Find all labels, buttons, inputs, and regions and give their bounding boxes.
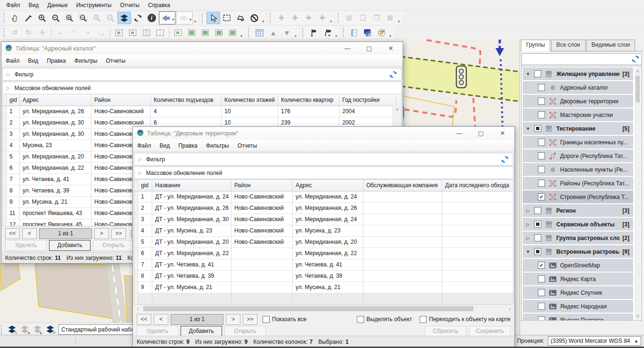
table-cell[interactable]: 7 (7, 174, 20, 185)
table-cell[interactable]: ДТ - ул. Четаева, д. 39 (152, 271, 231, 282)
table-cell[interactable] (231, 248, 293, 259)
horizontal-scrollbar[interactable]: ‹ › (134, 305, 513, 312)
workset-apply-button[interactable]: ✔ (44, 324, 57, 335)
table-cell[interactable]: Ново-Савиновский (91, 106, 151, 117)
table-cell[interactable]: ул. Меридианная, д. 22 (20, 163, 91, 174)
window-menu-Отчеты[interactable]: Отчеты (233, 141, 261, 151)
tree-scrollbar[interactable]: ∧∨ (635, 67, 641, 320)
highlight-object-checkbox[interactable] (357, 316, 364, 323)
filter-expander[interactable]: ▷ Фильтр (134, 153, 513, 166)
region-overlay-button[interactable] (198, 26, 212, 39)
window-menu-Правка[interactable]: Правка (42, 56, 70, 66)
layers-visibility-button[interactable] (117, 12, 131, 24)
toolbar-overflow-icon[interactable]: ▾ (335, 34, 337, 38)
table-cell[interactable]: 7 (138, 259, 152, 270)
table-cell[interactable]: 8 (138, 271, 152, 282)
menu-Файл[interactable]: Файл (2, 0, 25, 10)
table-cell[interactable]: ул. Меридианная, д. 24 (293, 191, 363, 202)
table-cell[interactable]: ДТ - ул. Меридианная, д. 30 (152, 214, 231, 225)
tab-Группы[interactable]: Группы (521, 40, 550, 51)
page-next-button[interactable]: > (94, 228, 109, 239)
table-cell[interactable]: 3 (138, 214, 152, 225)
window1-titlebar[interactable]: Таблица: "Адресный каталог" — ▢ ✕ (1, 42, 403, 55)
column-header[interactable]: Количество подъездов (151, 94, 222, 106)
table-cell[interactable]: ул. Меридианная, д. 20 (293, 237, 363, 248)
toolbar-drag-handle[interactable] (338, 13, 340, 23)
table-cell[interactable]: ДТ - ул. Меридианная, д. 22 (152, 248, 231, 259)
layer-checkbox[interactable] (538, 84, 545, 91)
row-selector[interactable] (3, 174, 7, 185)
screen-settings-button[interactable] (361, 26, 375, 39)
table-cell[interactable] (442, 248, 513, 259)
table-cell[interactable]: проспект Ямашева, 43 (20, 208, 91, 219)
layer-tree-item[interactable]: Населенные пункты (Ре... (523, 163, 633, 176)
show-all-checkbox[interactable] (263, 316, 270, 323)
layer-tree-item[interactable]: Дороги (Республика Тат... (523, 149, 633, 162)
table-cell[interactable]: ул. Меридианная, д. 30 (20, 129, 91, 140)
table-cell[interactable]: 9 (7, 197, 20, 207)
table-cell[interactable]: ул. Четаева, д. 39 (293, 271, 363, 282)
zoom-in-tool-button[interactable] (35, 12, 49, 24)
table-cell[interactable] (442, 203, 513, 214)
tree-expander-icon[interactable]: ▷ (525, 222, 531, 227)
object-info-button[interactable]: i (145, 12, 158, 24)
table-cell[interactable]: 1 (138, 191, 152, 202)
table-row[interactable]: 9ДТ - ул. Мусина, д. 21ул. Мусина, д. 21 (134, 282, 513, 293)
toolbar-drag-handle[interactable] (3, 28, 6, 37)
layer-tree-item[interactable]: ▷Регион[3] (523, 204, 633, 217)
contour-add-button[interactable] (112, 26, 126, 39)
table-cell[interactable]: ДТ - ул. Меридианная, д. 24 (152, 191, 231, 202)
contour-merge-button[interactable] (126, 26, 140, 39)
layer-checkbox[interactable] (538, 193, 545, 200)
table-cell[interactable]: ул. Четаева, д. 39 (20, 185, 91, 196)
row-selector[interactable] (3, 129, 7, 140)
layer-tree-item[interactable]: ▷Сервисные объекты[3] (523, 218, 633, 231)
table-cell[interactable]: 5 (7, 151, 20, 162)
table-cell[interactable]: проспект Ямашева, 45 (20, 219, 91, 226)
table-cell[interactable]: Ново-Савиновский (231, 225, 293, 236)
column-header[interactable]: Район (91, 94, 151, 106)
table-cell[interactable] (363, 237, 442, 248)
layer-checkbox[interactable] (538, 303, 545, 310)
row-selector[interactable] (3, 117, 7, 128)
table-row[interactable]: 4ДТ - ул. Мусина, д. 23Ново-Савиновскийу… (134, 225, 513, 237)
table-cell[interactable]: ДТ - ул. Меридианная, д. 26 (152, 203, 231, 214)
layer-checkbox[interactable] (534, 207, 541, 214)
zoom-out-tool-button[interactable] (49, 12, 63, 24)
window-menu-Фильтры[interactable]: Фильтры (202, 141, 233, 151)
measure-tool-button[interactable] (22, 12, 35, 24)
layer-checkbox[interactable] (538, 98, 545, 105)
tree-expander-icon[interactable]: ▷ (525, 208, 531, 213)
column-header[interactable]: Количество квартир (278, 94, 339, 106)
menu-Отчеты[interactable]: Отчеты (116, 0, 143, 10)
layer-checkbox[interactable] (538, 180, 545, 187)
pan-tool-button[interactable] (8, 12, 22, 24)
refresh-layers-icon[interactable] (631, 55, 640, 63)
table-cell[interactable]: ул. Меридианная, д. 24 (293, 214, 363, 225)
layer-checkbox[interactable] (534, 125, 541, 132)
tree-expander-icon[interactable]: ▼ (525, 72, 531, 76)
layer-checkbox[interactable] (538, 152, 545, 159)
tree-expander-icon[interactable]: ▼ (525, 126, 531, 131)
layer-checkbox[interactable] (538, 139, 545, 146)
table-cell[interactable]: 12 (7, 219, 20, 226)
page-prev-button[interactable]: < (154, 314, 168, 325)
table-row[interactable]: 1ДТ - ул. Меридианная, д. 24Ново-Савинов… (134, 191, 513, 203)
minimize-button[interactable]: — (342, 45, 353, 52)
toolbar-overflow-icon[interactable]: ▾ (262, 19, 264, 24)
refresh-map-button[interactable] (131, 12, 145, 24)
row-selector[interactable] (3, 140, 7, 151)
table-cell[interactable]: ул. Мусина, д. 23 (293, 225, 363, 236)
toolbar-overflow-icon[interactable]: ▾ (240, 34, 242, 38)
table-cell[interactable]: 1 (7, 106, 20, 117)
toolbar-overflow-icon[interactable]: ▾ (194, 19, 196, 24)
layer-checkbox[interactable] (538, 275, 545, 282)
row-selector[interactable] (134, 237, 138, 248)
toolbar-drag-handle[interactable] (1, 325, 4, 334)
page-next-button[interactable]: > (226, 314, 240, 325)
flag-route-end-button[interactable] (321, 26, 334, 39)
layer-tree-item[interactable]: Яндекс Спутник (523, 286, 633, 299)
row-down-button[interactable]: ▼ (280, 26, 294, 39)
tab-Видимые слои[interactable]: Видимые слои (586, 40, 636, 51)
table-cell[interactable] (363, 271, 442, 282)
